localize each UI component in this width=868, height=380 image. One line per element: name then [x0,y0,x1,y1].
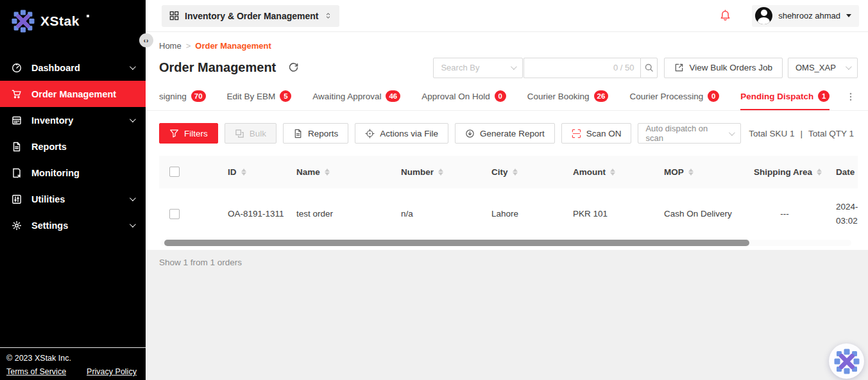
topbar: Inventory & Order Management shehrooz ah… [146,0,868,32]
tab-pending-dispatch[interactable]: Pending Dispatch1 [740,90,830,110]
sidebar-item-monitoring[interactable]: Monitoring [0,160,146,186]
generate-report-button[interactable]: Generate Report [455,123,555,144]
filters-button[interactable]: Filters [159,123,218,144]
column-header-name[interactable]: Name [286,167,391,177]
column-header-number[interactable]: Number [391,167,481,177]
select-all-checkbox[interactable] [169,167,180,177]
sidebar-item-label: Reports [31,142,134,152]
actions-via-file-button[interactable]: Actions via File [355,123,448,144]
brand-name: XStak [40,10,80,33]
column-header-amount[interactable]: Amount [563,167,654,177]
chevron-down-icon [130,63,136,70]
column-header-shipping-area[interactable]: Shipping Area [744,167,826,177]
refresh-icon[interactable] [288,62,299,73]
header-controls: Search By 0 / 50 View Bulk Orders Job [433,58,858,78]
privacy-policy-link[interactable]: Privacy Policy [87,367,137,376]
dashboard-icon [12,63,22,73]
breadcrumb: Home > Order Management [146,32,868,51]
chevron-down-icon [130,195,136,201]
chat-widget-button[interactable] [829,343,864,379]
sidebar-menu: Dashboard Order Management Inventory Rep… [0,54,146,238]
tab-signing[interactable]: signing70 [159,90,206,110]
scan-on-button[interactable]: Scan ON [561,123,632,144]
sort-icon[interactable] [513,169,518,176]
column-header-mop[interactable]: MOP [654,167,744,177]
total-sku: Total SKU 1 [749,129,794,138]
export-icon [674,63,684,72]
sort-icon[interactable] [817,169,822,176]
column-header-date[interactable]: Date [826,167,858,177]
search-button[interactable] [640,58,658,78]
brand-logo: XStak [0,0,146,33]
search-group: 0 / 50 [523,58,658,78]
user-name: shehrooz ahmad [778,11,840,21]
row-checkbox[interactable] [169,209,180,219]
sort-icon[interactable] [688,169,694,176]
cell-amount: PKR 101 [563,207,654,221]
sidebar-item-label: Order Management [31,89,134,99]
sidebar-item-utilities[interactable]: Utilities [0,186,146,212]
monitoring-icon [12,168,22,178]
totals-separator: | [800,129,803,138]
ellipsis-icon [846,92,855,101]
tab-edit-by-ebm[interactable]: Edit By EBM5 [227,90,292,110]
tab-badge: 0 [708,90,719,102]
sidebar-collapse-button[interactable]: ‹› [139,33,153,47]
content-background: Show 1 from 1 orders [146,250,868,380]
cell-shipping-area: --- [744,207,826,221]
app-switcher[interactable]: Inventory & Order Management [162,5,339,27]
sort-icon[interactable] [438,169,443,176]
sidebar-item-label: Settings [31,220,130,231]
cart-icon [12,89,22,99]
sort-icon[interactable] [241,169,246,176]
oms-select-value: OMS_XAP [796,63,839,72]
table-header-row: ID Name Number City Amount MOP Shipping … [159,156,858,188]
tab-approval-on-hold[interactable]: Approval On Hold0 [421,90,506,110]
reports-button[interactable]: Reports [283,123,348,144]
orders-table: ID Name Number City Amount MOP Shipping … [159,156,858,246]
sidebar-item-order-management[interactable]: Order Management [0,81,146,107]
search-input[interactable] [531,63,613,72]
sort-icon[interactable] [325,169,330,176]
reports-label: Reports [308,129,338,138]
chevron-down-icon [511,63,517,70]
tab-courier-processing[interactable]: Courier Processing0 [629,90,719,110]
sidebar-item-inventory[interactable]: Inventory [0,107,146,133]
column-header-city[interactable]: City [481,167,563,177]
horizontal-scrollbar[interactable] [160,240,851,246]
grid-icon [169,11,179,21]
more-tabs-button[interactable] [841,92,860,110]
tab-badge: 26 [594,90,609,102]
breadcrumb-home[interactable]: Home [159,41,182,51]
tab-courier-booking[interactable]: Courier Booking26 [527,90,609,110]
view-bulk-label: View Bulk Orders Job [689,63,772,72]
breadcrumb-current[interactable]: Order Management [195,41,271,51]
chevron-down-icon [130,116,136,122]
bulk-button[interactable]: Bulk [225,123,277,144]
cell-city: Lahore [481,207,563,221]
view-bulk-orders-job-button[interactable]: View Bulk Orders Job [664,58,783,78]
page-title: Order Management [159,60,276,75]
generate-report-label: Generate Report [480,129,545,138]
sidebar-item-dashboard[interactable]: Dashboard [0,54,146,81]
search-by-value: Search By [441,63,504,72]
terms-of-service-link[interactable]: Terms of Service [6,367,66,376]
bulk-label: Bulk [250,129,266,138]
sidebar-item-label: Dashboard [31,63,130,73]
tab-badge: 5 [280,90,291,102]
totals-summary: Total SKU 1 | Total QTY 1 [749,129,858,138]
user-menu[interactable]: shehrooz ahmad [752,5,859,27]
notifications-bell-icon[interactable] [719,9,731,23]
search-by-select[interactable]: Search By [433,58,523,78]
inventory-icon [12,115,22,126]
column-header-id[interactable]: ID [217,167,286,177]
search-icon [644,63,654,72]
oms-select[interactable]: OMS_XAP [788,58,858,78]
tab-awaiting-approval[interactable]: Awaiting Approval46 [312,90,400,110]
sidebar-item-settings[interactable]: Settings [0,212,146,238]
sort-icon[interactable] [610,169,615,176]
sidebar-item-reports[interactable]: Reports [0,133,146,160]
breadcrumb-separator: > [186,41,191,51]
scrollbar-thumb[interactable] [164,240,749,246]
auto-dispatch-select[interactable]: Auto dispatch on scan [638,123,741,144]
